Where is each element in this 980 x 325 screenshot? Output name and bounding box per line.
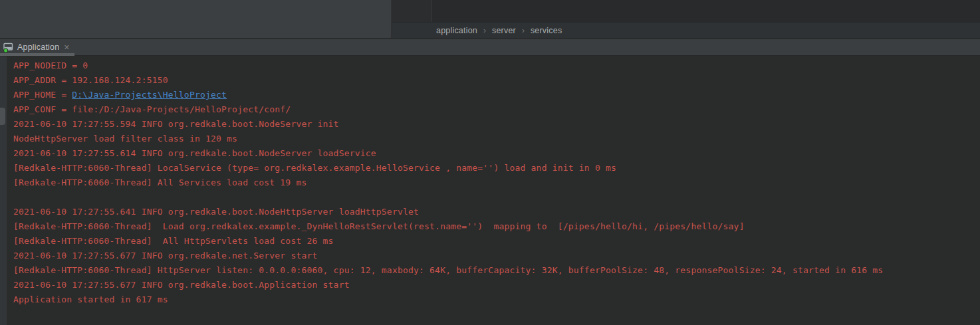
tab-close-icon[interactable]: ×: [64, 43, 69, 52]
run-toolwindow-tab-bar: Application ×: [0, 39, 980, 56]
console-line: [Redkale-HTTP:6060-Thread] HttpServer li…: [13, 263, 980, 278]
console-line: APP_CONF = file:/D:/Java-Projects/HelloP…: [13, 102, 980, 117]
run-console: APP_NODEID = 0APP_ADDR = 192.168.124.2:5…: [0, 56, 980, 325]
breadcrumb-bar: application›server›services: [392, 22, 980, 38]
console-line: APP_HOME = D:\Java-Projects\HelloProject: [13, 88, 980, 102]
console-line: 2021-06-10 17:27:55.641 INFO org.redkale…: [13, 205, 980, 219]
console-line: Application started in 617 ms: [13, 292, 980, 307]
console-line: APP_ADDR = 192.168.124.2:5150: [13, 73, 980, 88]
console-line: [Redkale-HTTP:6060-Thread] All Services …: [13, 175, 980, 190]
active-tab-underline: [0, 53, 74, 56]
console-blank-line: [13, 190, 980, 205]
console-line: 2021-06-10 17:27:55.677 INFO org.redkale…: [13, 249, 980, 263]
breadcrumb-separator-icon: ›: [522, 26, 525, 35]
breadcrumb: application›server›services: [436, 26, 562, 35]
breadcrumb-item-application[interactable]: application: [436, 26, 477, 35]
console-line-text: APP_HOME =: [13, 90, 72, 100]
console-line: APP_NODEID = 0: [13, 58, 980, 73]
breadcrumb-separator-icon: ›: [483, 26, 486, 35]
console-file-link[interactable]: D:\Java-Projects\HelloProject: [72, 90, 227, 100]
console-line: 2021-06-10 17:27:55.614 INFO org.redkale…: [13, 146, 980, 161]
breadcrumb-item-services[interactable]: services: [531, 26, 562, 35]
console-line: [Redkale-HTTP:6060-Thread] LocalService …: [13, 161, 980, 175]
tab-label: Application: [17, 43, 59, 52]
console-line: NodeHttpServer load filter class in 120 …: [13, 132, 980, 146]
editor-top-strip: [431, 0, 980, 22]
console-gutter: [0, 56, 7, 325]
console-line: 2021-06-10 17:27:55.594 INFO org.redkale…: [13, 117, 980, 132]
tab-application[interactable]: Application ×: [0, 39, 74, 55]
console-scrollbar-thumb[interactable]: [0, 108, 5, 125]
ide-run-window: application›server›services Application …: [0, 0, 980, 325]
editor-gutter-strip: [392, 0, 431, 22]
console-line: 2021-06-10 17:27:55.677 INFO org.redkale…: [13, 278, 980, 292]
console-line: [Redkale-HTTP:6060-Thread] All HttpServl…: [13, 234, 980, 249]
breadcrumb-item-server[interactable]: server: [492, 26, 516, 35]
run-console-icon: [3, 42, 14, 53]
console-output: APP_NODEID = 0APP_ADDR = 192.168.124.2:5…: [13, 58, 980, 307]
editor-panel-empty: [0, 0, 392, 38]
console-line: [Redkale-HTTP:6060-Thread] Load org.redk…: [13, 219, 980, 234]
